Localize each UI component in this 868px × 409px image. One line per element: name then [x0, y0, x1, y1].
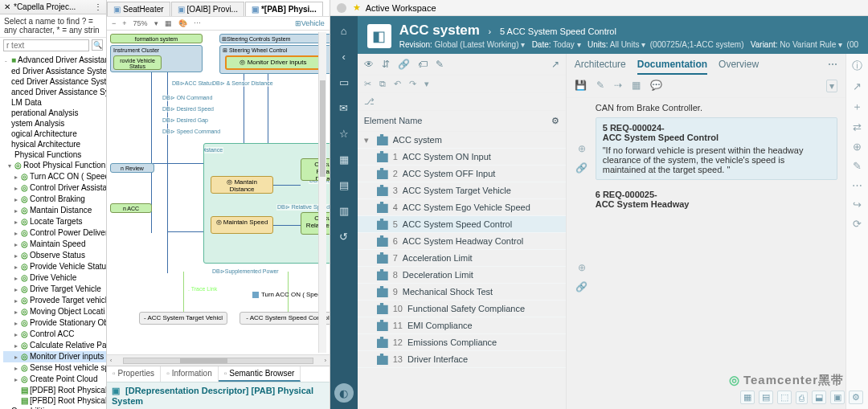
grid-icon[interactable]: ▦: [163, 18, 174, 28]
link-icon[interactable]: 🔗: [398, 59, 410, 70]
ft-1[interactable]: ▦: [740, 391, 755, 404]
tree-item[interactable]: perational Analysis: [3, 108, 106, 118]
pencil-icon[interactable]: ✎: [436, 59, 444, 70]
calendar-icon[interactable]: ▥: [334, 201, 354, 220]
node-instrument-cluster[interactable]: Instrument Cluster rovide Vehicle Status: [110, 45, 203, 72]
expand-icon[interactable]: ↗: [551, 59, 559, 70]
tree-item[interactable]: ▸◎Observe Status: [3, 250, 106, 261]
window-ctrl-icon[interactable]: [337, 3, 346, 13]
details-tab-architecture[interactable]: Architecture: [575, 59, 626, 75]
back-icon[interactable]: ‹: [334, 47, 354, 66]
collapse-icon[interactable]: ▾: [826, 80, 837, 92]
link-req-icon[interactable]: 🔗: [575, 281, 588, 292]
home-icon[interactable]: ⌂: [334, 21, 354, 40]
tree-item[interactable]: Canabilities: [3, 406, 106, 409]
inbox-icon[interactable]: ✉: [334, 98, 354, 117]
new-icon[interactable]: ⊕: [853, 141, 862, 153]
list-item[interactable]: 12 Emissions Compliance: [358, 334, 566, 351]
list-item[interactable]: 3 ACC System Target Vehicle: [358, 182, 566, 199]
capella-tab[interactable]: ✕ *Capella Projec... ⋮: [0, 0, 106, 14]
palette-icon[interactable]: 🎨: [177, 18, 189, 28]
bottom-tab[interactable]: ▫Semantic Browser: [219, 366, 301, 382]
add-icon[interactable]: ＋: [852, 100, 862, 114]
ft-3[interactable]: ⬚: [777, 391, 792, 404]
tree-item[interactable]: -■Advanced Driver Assistan: [3, 55, 106, 66]
table-icon[interactable]: ▦: [632, 80, 641, 92]
ft-4[interactable]: ⎙: [796, 391, 808, 404]
node-n-acc[interactable]: n ACC: [110, 203, 152, 213]
more-icon[interactable]: ⋯: [192, 18, 203, 28]
tree-item[interactable]: ▸◎Moving Object Locati: [3, 306, 106, 317]
list-item[interactable]: 13 Driver Interface: [358, 351, 566, 368]
tree-item[interactable]: ▸◎Locate Targets: [3, 216, 106, 227]
node-acc-target-vehicle[interactable]: - ACC System Target Vehicl: [139, 312, 227, 325]
tree-item[interactable]: ▸◎Maintain Speed: [3, 239, 106, 250]
tree-item[interactable]: ▸◎Provede Target vehicl: [3, 295, 106, 306]
node-maintain-speed[interactable]: ◎ Maintain Speed: [211, 216, 273, 234]
node-steering-controls[interactable]: ⊞Steering Controls System: [219, 34, 330, 43]
list-item[interactable]: 11 EMI Compliance: [358, 317, 566, 334]
ft-6[interactable]: ▣: [830, 391, 845, 404]
comment-icon[interactable]: 💬: [650, 80, 662, 92]
filter-icon[interactable]: ▾: [424, 79, 429, 89]
star-icon[interactable]: ★: [353, 2, 361, 13]
tab-overflow-icon[interactable]: ⋮: [94, 2, 102, 11]
details-tab-overview[interactable]: Overview: [719, 59, 759, 75]
list-item[interactable]: 1 ACC System ON Input: [358, 149, 566, 166]
more-icon[interactable]: ⋯: [852, 179, 862, 191]
eye-icon[interactable]: 👁: [364, 59, 374, 70]
tree-item[interactable]: hysical Architecture: [3, 139, 106, 149]
trace-icon[interactable]: ⇢: [614, 80, 622, 92]
list-item[interactable]: 8 Deceleration Limit: [358, 267, 566, 284]
column-header[interactable]: Element Name: [364, 116, 423, 126]
zoom-in-icon[interactable]: +: [121, 18, 128, 28]
relate-icon[interactable]: ⇄: [853, 121, 862, 133]
scroll-right-icon[interactable]: ›: [321, 357, 330, 364]
list-item[interactable]: 10 Functional Safety Compliance: [358, 301, 566, 317]
ft-2[interactable]: ▤: [759, 391, 773, 404]
node-acc-speed-control[interactable]: - ACC System Speed Control: [240, 312, 330, 325]
ft-7[interactable]: ⚙: [849, 391, 863, 404]
revision-dropdown[interactable]: Global (Latest Working) ▾: [435, 40, 526, 49]
requirement-card[interactable]: 5 REQ-000024- ACC System Speed Control "…: [596, 117, 837, 180]
search-icon[interactable]: 🔍: [92, 39, 103, 51]
cut-icon[interactable]: ✂: [364, 79, 371, 89]
diagram-canvas[interactable]: formation system Instrument Cluster rovi…: [107, 31, 330, 354]
node-acc-control-unit[interactable]: ⊞ACC Control Unit DB⊳ Relative Distance …: [203, 143, 330, 264]
editor-tab[interactable]: ▣*[PAB] Physi...: [245, 2, 323, 16]
chart-icon[interactable]: ▤: [334, 175, 354, 194]
tree-item[interactable]: ▸◎Provide Vehicle Statu: [3, 261, 106, 272]
date-dropdown[interactable]: Today ▾: [553, 40, 580, 49]
folder-icon[interactable]: ▭: [334, 72, 354, 92]
list-item[interactable]: 9 Mechanical Shock Test: [358, 284, 566, 301]
tree-item[interactable]: ▸◎Control ACC: [3, 329, 106, 340]
tree-item[interactable]: ▸◎Create Point Cloud: [3, 374, 106, 385]
tree-item[interactable]: ▤[PDFB] Root Physical F: [3, 385, 106, 395]
bottom-tab[interactable]: ▫Properties: [107, 366, 161, 382]
tree-item[interactable]: ced Driver Assistance Syste: [3, 76, 106, 87]
tree-item[interactable]: ▸◎Calculate Relative Para: [3, 340, 106, 351]
list-item[interactable]: 5 ACC System Speed Control: [358, 216, 566, 233]
grid-icon[interactable]: ▦: [334, 149, 354, 169]
add-req-icon[interactable]: ⊕: [578, 143, 586, 154]
list-item[interactable]: 2 ACC System OFF Input: [358, 166, 566, 182]
list-item-root[interactable]: ▾ACC system: [358, 132, 566, 149]
editor-tab[interactable]: ▣SeatHeater: [107, 2, 170, 16]
editor-tab[interactable]: ▣[OAIB] Provi...: [171, 2, 244, 16]
tree-item[interactable]: ▾◎Root Physical Function: [3, 160, 106, 171]
copy-icon[interactable]: ⧉: [379, 79, 386, 89]
tag-icon[interactable]: 🏷: [418, 59, 428, 70]
zoom-level[interactable]: 75%: [132, 18, 149, 28]
add-req-icon[interactable]: ⊕: [578, 262, 586, 273]
vertical-scrollbar[interactable]: [318, 32, 326, 353]
history-icon[interactable]: ↺: [334, 227, 354, 246]
node-provide-vehicle[interactable]: rovide Vehicle Status: [113, 55, 162, 70]
avatar-icon[interactable]: ◐: [334, 383, 354, 403]
favorite-icon[interactable]: ☆: [334, 124, 354, 143]
zoom-out-icon[interactable]: −: [110, 18, 117, 28]
edit-icon[interactable]: ✎: [596, 80, 604, 92]
node-monitor-inputs[interactable]: ◎ Monitor Driver inputs: [225, 55, 321, 70]
tree-item[interactable]: ▸◎Mantain Distance: [3, 205, 106, 216]
list-item[interactable]: 7 Acceleration Limit: [358, 250, 566, 267]
node-n-review[interactable]: n Review: [110, 163, 154, 173]
